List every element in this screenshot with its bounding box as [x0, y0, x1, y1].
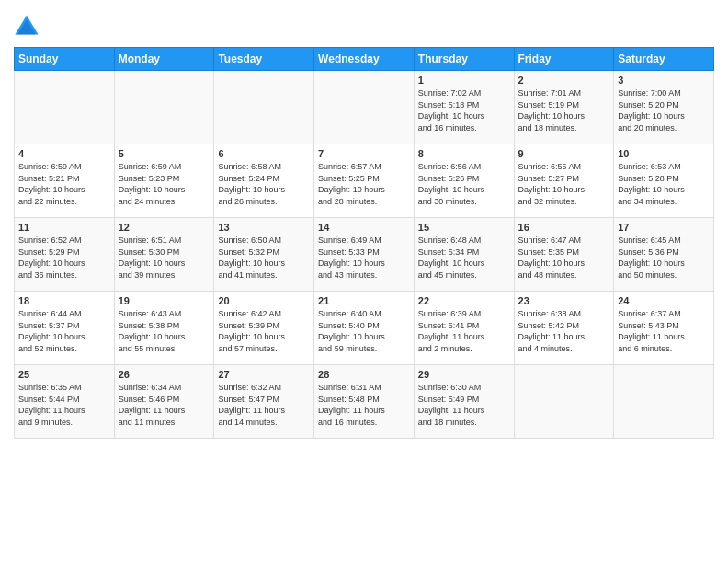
logo-icon [14, 14, 40, 40]
day-info: Sunrise: 6:38 AM Sunset: 5:42 PM Dayligh… [518, 308, 610, 354]
calendar-cell: 16Sunrise: 6:47 AM Sunset: 5:35 PM Dayli… [514, 218, 614, 292]
calendar-cell: 6Sunrise: 6:58 AM Sunset: 5:24 PM Daylig… [214, 144, 314, 218]
weekday-header: Monday [114, 48, 214, 71]
logo [14, 14, 41, 40]
calendar-cell: 26Sunrise: 6:34 AM Sunset: 5:46 PM Dayli… [114, 365, 214, 439]
day-number: 24 [618, 295, 710, 306]
day-number: 14 [318, 222, 410, 233]
calendar-cell: 29Sunrise: 6:30 AM Sunset: 5:49 PM Dayli… [414, 365, 514, 439]
calendar-header: SundayMondayTuesdayWednesdayThursdayFrid… [15, 48, 714, 71]
day-info: Sunrise: 6:48 AM Sunset: 5:34 PM Dayligh… [418, 235, 510, 281]
calendar-cell: 20Sunrise: 6:42 AM Sunset: 5:39 PM Dayli… [214, 292, 314, 365]
calendar-table: SundayMondayTuesdayWednesdayThursdayFrid… [14, 47, 714, 439]
day-info: Sunrise: 6:50 AM Sunset: 5:32 PM Dayligh… [218, 235, 310, 281]
calendar-cell: 27Sunrise: 6:32 AM Sunset: 5:47 PM Dayli… [214, 365, 314, 439]
calendar-cell: 28Sunrise: 6:31 AM Sunset: 5:48 PM Dayli… [314, 365, 415, 439]
calendar-cell [214, 71, 314, 144]
weekday-header: Saturday [614, 48, 714, 71]
calendar-cell: 19Sunrise: 6:43 AM Sunset: 5:38 PM Dayli… [114, 292, 214, 365]
calendar-body: 1Sunrise: 7:02 AM Sunset: 5:18 PM Daylig… [15, 71, 714, 439]
day-info: Sunrise: 7:00 AM Sunset: 5:20 PM Dayligh… [618, 87, 710, 133]
weekday-header: Sunday [15, 48, 115, 71]
day-number: 20 [218, 295, 310, 306]
weekday-header: Thursday [414, 48, 514, 71]
day-number: 23 [518, 295, 610, 306]
header [14, 9, 714, 40]
calendar-cell: 15Sunrise: 6:48 AM Sunset: 5:34 PM Dayli… [414, 218, 514, 292]
day-info: Sunrise: 6:30 AM Sunset: 5:49 PM Dayligh… [418, 382, 510, 428]
day-info: Sunrise: 6:31 AM Sunset: 5:48 PM Dayligh… [318, 382, 410, 428]
page-container: SundayMondayTuesdayWednesdayThursdayFrid… [0, 0, 728, 448]
calendar-cell: 24Sunrise: 6:37 AM Sunset: 5:43 PM Dayli… [614, 292, 714, 365]
calendar-cell: 3Sunrise: 7:00 AM Sunset: 5:20 PM Daylig… [614, 71, 714, 144]
calendar-cell: 2Sunrise: 7:01 AM Sunset: 5:19 PM Daylig… [514, 71, 614, 144]
day-number: 18 [18, 295, 110, 306]
day-info: Sunrise: 6:57 AM Sunset: 5:25 PM Dayligh… [318, 161, 410, 207]
calendar-cell: 21Sunrise: 6:40 AM Sunset: 5:40 PM Dayli… [314, 292, 415, 365]
day-info: Sunrise: 6:47 AM Sunset: 5:35 PM Dayligh… [518, 235, 610, 281]
day-info: Sunrise: 6:39 AM Sunset: 5:41 PM Dayligh… [418, 308, 510, 354]
day-number: 19 [119, 295, 210, 306]
calendar-cell: 12Sunrise: 6:51 AM Sunset: 5:30 PM Dayli… [114, 218, 214, 292]
day-number: 28 [318, 369, 410, 380]
day-info: Sunrise: 6:35 AM Sunset: 5:44 PM Dayligh… [18, 382, 110, 428]
day-number: 16 [518, 222, 610, 233]
calendar-cell [614, 365, 714, 439]
calendar-cell [15, 71, 115, 144]
day-info: Sunrise: 6:59 AM Sunset: 5:23 PM Dayligh… [119, 161, 210, 207]
day-info: Sunrise: 6:56 AM Sunset: 5:26 PM Dayligh… [418, 161, 510, 207]
day-number: 25 [18, 369, 110, 380]
weekday-header: Tuesday [214, 48, 314, 71]
day-info: Sunrise: 6:43 AM Sunset: 5:38 PM Dayligh… [119, 308, 210, 354]
day-number: 9 [518, 148, 610, 159]
day-info: Sunrise: 6:52 AM Sunset: 5:29 PM Dayligh… [18, 235, 110, 281]
calendar-cell: 17Sunrise: 6:45 AM Sunset: 5:36 PM Dayli… [614, 218, 714, 292]
calendar-cell: 4Sunrise: 6:59 AM Sunset: 5:21 PM Daylig… [15, 144, 115, 218]
calendar-cell: 10Sunrise: 6:53 AM Sunset: 5:28 PM Dayli… [614, 144, 714, 218]
day-info: Sunrise: 7:01 AM Sunset: 5:19 PM Dayligh… [518, 87, 610, 133]
day-number: 29 [418, 369, 510, 380]
day-info: Sunrise: 6:42 AM Sunset: 5:39 PM Dayligh… [218, 308, 310, 354]
calendar-cell [314, 71, 415, 144]
calendar-week-row: 4Sunrise: 6:59 AM Sunset: 5:21 PM Daylig… [15, 144, 714, 218]
day-number: 2 [518, 75, 610, 86]
calendar-cell: 9Sunrise: 6:55 AM Sunset: 5:27 PM Daylig… [514, 144, 614, 218]
day-number: 5 [119, 148, 210, 159]
day-number: 13 [218, 222, 310, 233]
calendar-cell: 5Sunrise: 6:59 AM Sunset: 5:23 PM Daylig… [114, 144, 214, 218]
day-info: Sunrise: 6:44 AM Sunset: 5:37 PM Dayligh… [18, 308, 110, 354]
day-number: 21 [318, 295, 410, 306]
day-info: Sunrise: 6:49 AM Sunset: 5:33 PM Dayligh… [318, 235, 410, 281]
calendar-cell [114, 71, 214, 144]
day-number: 17 [618, 222, 710, 233]
calendar-cell: 13Sunrise: 6:50 AM Sunset: 5:32 PM Dayli… [214, 218, 314, 292]
day-info: Sunrise: 6:51 AM Sunset: 5:30 PM Dayligh… [119, 235, 210, 281]
day-number: 10 [618, 148, 710, 159]
calendar-week-row: 11Sunrise: 6:52 AM Sunset: 5:29 PM Dayli… [15, 218, 714, 292]
calendar-cell: 22Sunrise: 6:39 AM Sunset: 5:41 PM Dayli… [414, 292, 514, 365]
day-info: Sunrise: 6:59 AM Sunset: 5:21 PM Dayligh… [18, 161, 110, 207]
calendar-cell: 11Sunrise: 6:52 AM Sunset: 5:29 PM Dayli… [15, 218, 115, 292]
calendar-cell: 7Sunrise: 6:57 AM Sunset: 5:25 PM Daylig… [314, 144, 415, 218]
day-number: 1 [418, 75, 510, 86]
calendar-cell [514, 365, 614, 439]
day-number: 27 [218, 369, 310, 380]
day-info: Sunrise: 6:53 AM Sunset: 5:28 PM Dayligh… [618, 161, 710, 207]
day-number: 8 [418, 148, 510, 159]
calendar-week-row: 18Sunrise: 6:44 AM Sunset: 5:37 PM Dayli… [15, 292, 714, 365]
day-info: Sunrise: 6:34 AM Sunset: 5:46 PM Dayligh… [119, 382, 210, 428]
day-number: 15 [418, 222, 510, 233]
calendar-cell: 25Sunrise: 6:35 AM Sunset: 5:44 PM Dayli… [15, 365, 115, 439]
weekday-header: Wednesday [314, 48, 415, 71]
day-number: 11 [18, 222, 110, 233]
day-number: 7 [318, 148, 410, 159]
calendar-cell: 1Sunrise: 7:02 AM Sunset: 5:18 PM Daylig… [414, 71, 514, 144]
day-info: Sunrise: 6:58 AM Sunset: 5:24 PM Dayligh… [218, 161, 310, 207]
day-info: Sunrise: 6:40 AM Sunset: 5:40 PM Dayligh… [318, 308, 410, 354]
day-info: Sunrise: 6:55 AM Sunset: 5:27 PM Dayligh… [518, 161, 610, 207]
day-number: 12 [119, 222, 210, 233]
header-row: SundayMondayTuesdayWednesdayThursdayFrid… [15, 48, 714, 71]
calendar-cell: 23Sunrise: 6:38 AM Sunset: 5:42 PM Dayli… [514, 292, 614, 365]
calendar-cell: 8Sunrise: 6:56 AM Sunset: 5:26 PM Daylig… [414, 144, 514, 218]
day-info: Sunrise: 6:45 AM Sunset: 5:36 PM Dayligh… [618, 235, 710, 281]
